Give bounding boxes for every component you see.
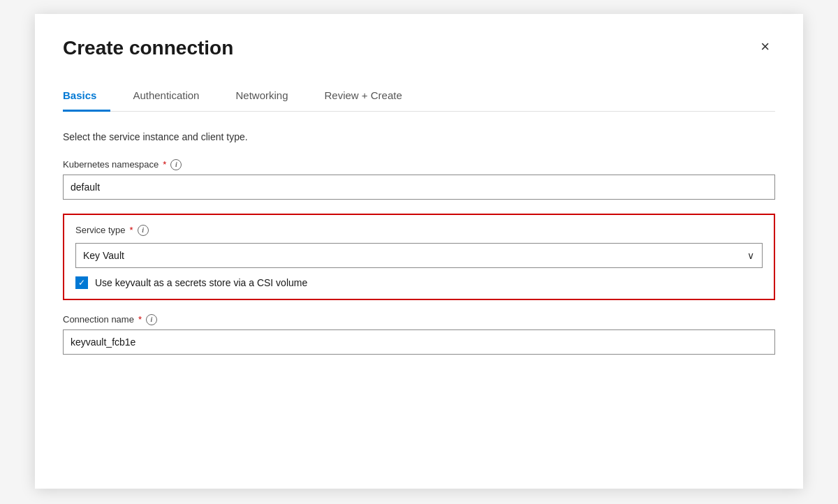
dialog-header: Create connection × xyxy=(63,36,775,60)
tab-authentication[interactable]: Authentication xyxy=(133,82,213,112)
service-type-label-text: Service type xyxy=(75,225,126,235)
kubernetes-namespace-info-icon[interactable]: i xyxy=(170,159,182,170)
create-connection-dialog: Create connection × Basics Authenticatio… xyxy=(35,14,803,489)
tab-bar: Basics Authentication Networking Review … xyxy=(63,82,775,112)
keyvault-csi-checkbox[interactable]: ✓ xyxy=(75,276,88,289)
service-type-info-icon[interactable]: i xyxy=(138,225,149,236)
checkmark-icon: ✓ xyxy=(78,279,85,287)
connection-name-label-text: Connection name xyxy=(63,314,134,325)
close-button[interactable]: × xyxy=(755,36,775,57)
tab-review-create[interactable]: Review + Create xyxy=(324,82,416,112)
keyvault-csi-label: Use keyvault as a secrets store via a CS… xyxy=(95,277,307,288)
kubernetes-namespace-label-text: Kubernetes namespace xyxy=(63,159,159,170)
kubernetes-namespace-group: Kubernetes namespace * i xyxy=(63,159,775,200)
service-type-select[interactable]: Key Vault App Configuration SQL Database… xyxy=(75,243,763,268)
tab-networking[interactable]: Networking xyxy=(235,82,302,112)
kubernetes-namespace-label: Kubernetes namespace * i xyxy=(63,159,775,170)
connection-name-required: * xyxy=(138,314,142,325)
kubernetes-namespace-input[interactable] xyxy=(63,175,775,200)
connection-name-info-icon[interactable]: i xyxy=(146,314,157,325)
service-type-required: * xyxy=(130,225,133,235)
checkbox-row: ✓ Use keyvault as a secrets store via a … xyxy=(75,276,763,289)
service-type-select-wrapper: Key Vault App Configuration SQL Database… xyxy=(75,243,763,268)
dialog-title: Create connection xyxy=(63,36,233,60)
form-subtitle: Select the service instance and client t… xyxy=(63,131,775,142)
service-type-label: Service type * i xyxy=(75,225,763,236)
connection-name-group: Connection name * i xyxy=(63,314,775,355)
tab-basics[interactable]: Basics xyxy=(63,82,110,112)
connection-name-label: Connection name * i xyxy=(63,314,775,325)
kubernetes-namespace-required: * xyxy=(163,159,166,170)
connection-name-input[interactable] xyxy=(63,329,775,355)
service-type-box: Service type * i Key Vault App Configura… xyxy=(63,214,775,300)
